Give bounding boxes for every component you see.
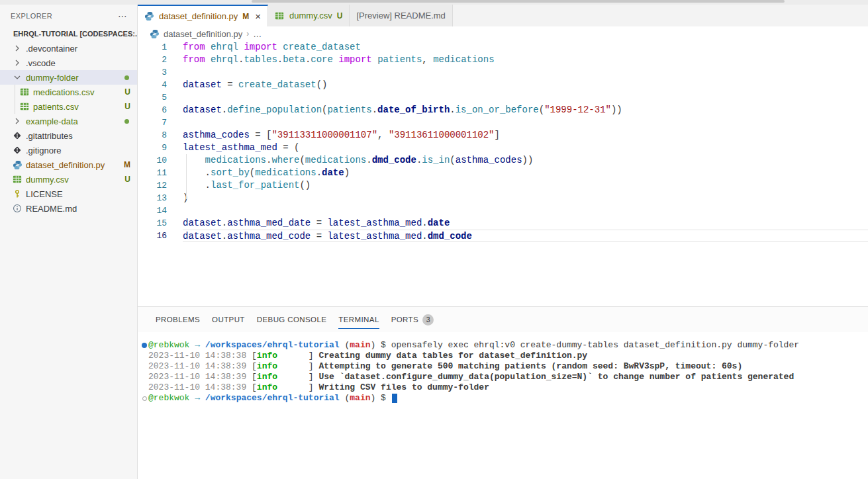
line-number: 7 (138, 116, 167, 129)
indentation-guide (186, 154, 187, 199)
code-line-3[interactable]: 3 (138, 66, 868, 79)
line-number: 1 (138, 41, 167, 54)
code-line-14[interactable]: 14 (138, 204, 868, 217)
chevron-down-icon (12, 72, 23, 83)
panel-tab-output[interactable]: OUTPUT (206, 307, 251, 332)
tree-item-medications-csv[interactable]: medications.csvU (0, 85, 137, 99)
ports-count-badge: 3 (422, 314, 434, 326)
code-line-16[interactable]: 16dataset.asthma_med_code = latest_asthm… (138, 230, 868, 242)
panel-tab-terminal[interactable]: TERMINAL (332, 307, 385, 332)
csv-table-icon (12, 174, 23, 185)
code-line-4[interactable]: 4dataset = create_dataset() (138, 79, 868, 91)
code-line-content (183, 66, 868, 79)
terminal-line: @rebkwok → /workspaces/ehrql-tutorial (m… (140, 340, 868, 351)
code-line-content: from ehrql.tables.beta.core import patie… (183, 54, 868, 66)
tab-dummy-csv[interactable]: dummy.csvU (268, 5, 350, 26)
code-line-content: dataset.asthma_med_code = latest_asthma_… (183, 230, 868, 242)
explorer-header: EXPLORER ⋯ (0, 5, 137, 26)
tab-dataset-definition-py[interactable]: dataset_definition.pyM× (138, 5, 268, 26)
terminal-line: @rebkwok → /workspaces/ehrql-tutorial (m… (140, 393, 868, 404)
panel-tab-label: DEBUG CONSOLE (257, 316, 327, 324)
code-line-6[interactable]: 6dataset.define_population(patients.date… (138, 104, 868, 116)
file-label: .gitignore (26, 146, 137, 155)
tree-item-readme-md[interactable]: README.md (0, 201, 137, 216)
line-number: 14 (138, 204, 167, 217)
csv-table-icon (275, 11, 285, 21)
tree-item-example-data[interactable]: example-data (0, 114, 137, 128)
line-number: 2 (138, 54, 167, 66)
command-decoration-icon[interactable] (140, 343, 148, 348)
tree-item--devcontainer[interactable]: .devcontainer (0, 41, 137, 56)
code-line-content: dataset.asthma_med_date = latest_asthma_… (183, 217, 868, 230)
tree-item-license[interactable]: LICENSE (0, 187, 137, 201)
editor-column: dataset_definition.pyM×dummy.csvU[Previe… (138, 5, 868, 479)
editor-tab-bar: dataset_definition.pyM×dummy.csvU[Previe… (138, 5, 868, 26)
tree-item--gitattributes[interactable]: .gitattributes (0, 128, 137, 143)
tree-item--vscode[interactable]: .vscode (0, 56, 137, 70)
breadcrumb[interactable]: dataset_definition.py › … (138, 26, 868, 41)
line-number: 13 (138, 192, 167, 204)
panel-tab-problems[interactable]: PROBLEMS (150, 307, 206, 332)
line-number: 6 (138, 104, 167, 116)
python-icon (150, 29, 160, 39)
code-line-1[interactable]: 1from ehrql import create_dataset (138, 41, 868, 54)
code-line-13[interactable]: 13) (138, 192, 868, 204)
breadcrumb-separator: › (246, 29, 249, 38)
line-number: 12 (138, 179, 167, 192)
explorer-sidebar: EXPLORER ⋯ EHRQL-TUTORIAL [CODESPACES:..… (0, 5, 138, 479)
workspace-label: EHRQL-TUTORIAL [CODESPACES:... (13, 30, 137, 38)
tab-dirty-badge: M (242, 12, 249, 21)
code-line-8[interactable]: 8asthma_codes = ["39113311000001107", "3… (138, 129, 868, 142)
command-decoration-icon[interactable] (140, 396, 148, 401)
code-line-2[interactable]: 2from ehrql.tables.beta.core import pati… (138, 54, 868, 66)
tree-item-patients-csv[interactable]: patients.csvU (0, 99, 137, 114)
tabbar-scrollbar[interactable] (252, 0, 785, 3)
terminal-line: 2023-11-10 14:38:39 [info ] Writing CSV … (140, 382, 868, 393)
chevron-right-icon (12, 58, 23, 68)
terminal-line: 2023-11-10 14:38:39 [info ] Use `dataset… (140, 372, 868, 382)
terminal-text: 2023-11-10 14:38:39 [info ] Use `dataset… (148, 372, 794, 382)
csv-table-icon (19, 101, 30, 112)
code-editor[interactable]: 1from ehrql import create_dataset2from e… (138, 41, 868, 306)
line-number: 5 (138, 91, 167, 104)
tab--preview-readme-md[interactable]: [Preview] README.md (350, 5, 452, 26)
workspace-root-folder[interactable]: EHRQL-TUTORIAL [CODESPACES:... (0, 26, 137, 41)
file-label: example-data (26, 116, 124, 126)
code-line-10[interactable]: 10 medications.where(medications.dmd_cod… (138, 154, 868, 167)
panel-tab-debug-console[interactable]: DEBUG CONSOLE (251, 307, 333, 332)
line-number: 3 (138, 66, 167, 79)
code-line-12[interactable]: 12 .last_for_patient() (138, 179, 868, 192)
terminal-line: 2023-11-10 14:38:38 [info ] Creating dum… (140, 351, 868, 361)
terminal-text: 2023-11-10 14:38:39 [info ] Writing CSV … (148, 382, 489, 393)
code-line-5[interactable]: 5 (138, 91, 868, 104)
tree-item-dummy-csv[interactable]: dummy.csvU (0, 172, 137, 187)
tab-label: dummy.csv (289, 11, 332, 21)
bottom-panel: PROBLEMSOUTPUTDEBUG CONSOLETERMINALPORTS… (138, 306, 868, 479)
tree-item-dummy-folder[interactable]: dummy-folder (0, 70, 137, 85)
code-line-7[interactable]: 7 (138, 116, 868, 129)
terminal-cursor (392, 394, 397, 403)
terminal[interactable]: @rebkwok → /workspaces/ehrql-tutorial (m… (138, 332, 868, 479)
code-line-content: dataset = create_dataset() (183, 79, 868, 91)
line-number: 10 (138, 154, 167, 167)
panel-tab-ports[interactable]: PORTS3 (385, 307, 440, 332)
line-number: 16 (138, 230, 167, 242)
file-label: medications.csv (33, 87, 124, 97)
panel-tab-label: TERMINAL (338, 316, 379, 324)
license-key-icon (12, 189, 23, 199)
panel-tab-label: PORTS (391, 316, 418, 324)
code-line-11[interactable]: 11 .sort_by(medications.date) (138, 167, 868, 179)
tree-item-dataset-definition-py[interactable]: dataset_definition.pyM (0, 157, 137, 172)
file-label: .vscode (26, 58, 137, 68)
code-line-9[interactable]: 9latest_asthma_med = ( (138, 142, 868, 154)
close-icon[interactable]: × (255, 11, 261, 21)
tree-item--gitignore[interactable]: .gitignore (0, 143, 137, 157)
explorer-actions-icon[interactable]: ⋯ (118, 11, 128, 21)
code-line-15[interactable]: 15dataset.asthma_med_date = latest_asthm… (138, 217, 868, 230)
file-label: patients.csv (33, 102, 124, 112)
breadcrumb-more[interactable]: … (253, 29, 262, 39)
csv-table-icon (19, 87, 30, 97)
explorer-title: EXPLORER (11, 12, 52, 20)
breadcrumb-file[interactable]: dataset_definition.py (164, 29, 242, 39)
panel-tab-label: OUTPUT (212, 316, 245, 324)
